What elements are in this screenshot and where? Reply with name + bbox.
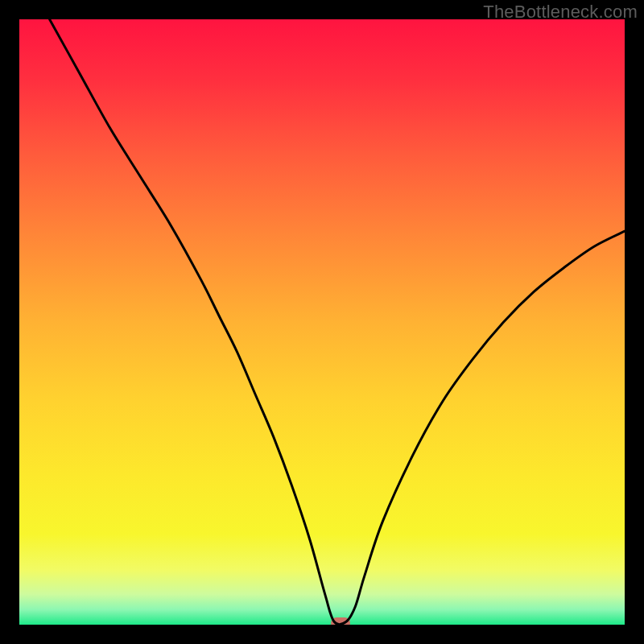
watermark-text: TheBottleneck.com [483, 2, 638, 23]
plot-area [19, 19, 625, 625]
chart-frame: TheBottleneck.com [0, 0, 644, 644]
bottleneck-curve [19, 19, 625, 625]
